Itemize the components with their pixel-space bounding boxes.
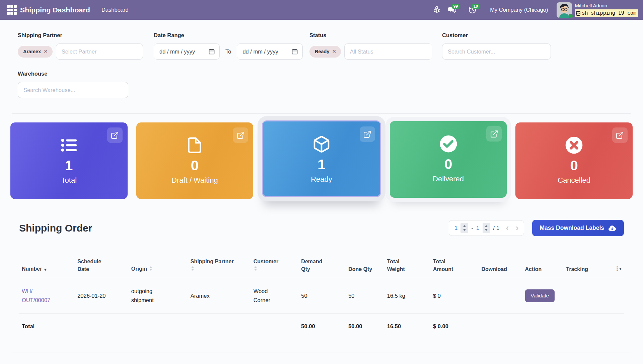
- card-count: 1: [317, 157, 325, 172]
- filter-shipping-partner: Shipping Partner Aramex ✕: [18, 32, 145, 60]
- list-icon: [59, 134, 79, 156]
- menu-dashboard[interactable]: Dashboard: [101, 7, 129, 13]
- col-shipping-partner[interactable]: Shipping Partner: [188, 248, 251, 278]
- optional-columns-toggle-icon[interactable]: ⋮▾: [602, 248, 624, 278]
- filter-customer: Customer: [442, 32, 553, 60]
- filters-panel: Shipping Partner Aramex ✕ Date Range: [0, 20, 643, 98]
- calendar-icon[interactable]: [291, 48, 298, 55]
- external-link-icon[interactable]: [612, 127, 628, 143]
- messages-icon[interactable]: 99: [444, 3, 460, 17]
- cell-total-weight: 16.5 kg: [384, 278, 430, 313]
- card-delivered[interactable]: 0 Delivered: [390, 121, 507, 198]
- col-customer[interactable]: Customer: [251, 248, 299, 278]
- card-label: Ready: [311, 175, 332, 184]
- sort-icon: [191, 266, 195, 272]
- total-done-qty: 50.00: [346, 313, 384, 339]
- card-ready[interactable]: 1 Ready: [262, 120, 381, 197]
- filter-label: Date Range: [154, 32, 301, 38]
- cell-shipping-partner: Aramex: [188, 278, 251, 313]
- pager-separator: -: [471, 225, 473, 232]
- col-demand-qty: Demand Qty: [298, 248, 346, 278]
- debug-bug-icon[interactable]: [429, 3, 444, 17]
- user-block[interactable]: Mitchell Admin sh_shipping_19_com: [575, 3, 638, 17]
- filter-warehouse: Warehouse: [18, 71, 128, 98]
- messages-badge: 99: [451, 4, 460, 9]
- company-switcher[interactable]: My Company (Chicago): [490, 7, 548, 13]
- apps-grid-icon[interactable]: [7, 5, 17, 15]
- card-label: Draft / Waiting: [171, 176, 218, 185]
- partner-input[interactable]: [56, 43, 143, 60]
- order-number-link[interactable]: WH/ OUT/00007: [22, 287, 50, 304]
- shipping-orders-table: Number Schedule Date Origin Shipping Par…: [19, 248, 624, 339]
- customer-input[interactable]: [442, 43, 551, 60]
- bottom-divider: [12, 353, 631, 353]
- pager-total: / 1: [493, 225, 500, 232]
- col-done-qty: Done Qty: [346, 248, 384, 278]
- partner-tag: Aramex ✕: [18, 46, 53, 58]
- cell-origin: outgoing shipment: [129, 278, 188, 313]
- remove-status-tag-icon[interactable]: ✕: [332, 49, 337, 55]
- check-circle-icon: [439, 133, 458, 155]
- filter-label: Warehouse: [18, 71, 128, 77]
- avatar[interactable]: [557, 2, 572, 18]
- database-name: sh_shipping_19_com: [582, 10, 636, 16]
- col-download: Download: [479, 248, 522, 278]
- pager-next-icon[interactable]: ›: [515, 223, 518, 233]
- card-count: 1: [65, 158, 73, 173]
- external-link-icon[interactable]: [233, 127, 248, 143]
- cloud-download-icon: [608, 224, 617, 232]
- warehouse-input[interactable]: [18, 82, 128, 98]
- pager-to-stepper[interactable]: [483, 223, 490, 233]
- mass-download-labels-button[interactable]: Mass Download Labels: [532, 220, 624, 236]
- table-header-row: Number Schedule Date Origin Shipping Par…: [19, 248, 624, 278]
- status-input[interactable]: [344, 43, 432, 60]
- pager-to-value[interactable]: 1: [476, 225, 479, 232]
- status-tag: Ready ✕: [309, 46, 341, 58]
- mass-download-label: Mass Download Labels: [540, 224, 604, 232]
- external-link-icon[interactable]: [360, 126, 375, 142]
- col-total-weight: Total Weight: [384, 248, 430, 278]
- col-schedule-date: Schedule Date: [75, 248, 129, 278]
- filter-label: Customer: [442, 32, 553, 38]
- cell-tracking: [563, 278, 602, 313]
- card-count: 0: [444, 157, 452, 172]
- validate-button[interactable]: Validate: [525, 289, 555, 302]
- topbar: Shipping Dashboard Dashboard 99 10 My Co…: [0, 0, 643, 20]
- pager-from-stepper[interactable]: [460, 223, 468, 233]
- external-link-icon[interactable]: [107, 127, 123, 143]
- filter-label: Shipping Partner: [18, 32, 145, 38]
- activities-clock-icon[interactable]: 10: [465, 3, 480, 17]
- section-title: Shipping Order: [19, 222, 92, 234]
- card-draft-waiting[interactable]: 0 Draft / Waiting: [136, 122, 254, 199]
- remove-partner-tag-icon[interactable]: ✕: [44, 49, 48, 55]
- card-total[interactable]: 1 Total: [10, 122, 128, 199]
- col-number[interactable]: Number: [19, 248, 75, 278]
- card-cancelled[interactable]: 0 Cancelled: [515, 122, 633, 199]
- shipping-order-section: Shipping Order 1 - 1 / 1 ‹ ›: [0, 220, 643, 339]
- activities-badge: 10: [472, 4, 480, 9]
- sort-icon: [149, 266, 153, 272]
- col-action: Action: [522, 248, 564, 278]
- card-label: Cancelled: [558, 176, 590, 185]
- col-origin[interactable]: Origin: [129, 248, 188, 278]
- total-label: Total: [19, 313, 75, 339]
- pager-from-value[interactable]: 1: [454, 225, 457, 232]
- total-demand-qty: 50.00: [298, 313, 346, 339]
- external-link-icon[interactable]: [486, 126, 502, 142]
- cell-schedule-date: 2026-01-20: [75, 278, 129, 313]
- card-label: Delivered: [433, 175, 464, 183]
- sort-desc-icon: [44, 266, 47, 272]
- total-amount: $ 0.00: [430, 313, 479, 339]
- pager-prev-icon[interactable]: ‹: [506, 223, 509, 233]
- user-name: Mitchell Admin: [575, 3, 607, 8]
- card-count: 0: [191, 158, 199, 173]
- calendar-icon[interactable]: [208, 48, 215, 55]
- cell-total-amount: $ 0: [430, 278, 479, 313]
- cell-action: Validate: [522, 278, 564, 313]
- pager: 1 - 1 / 1 ‹ ›: [449, 220, 524, 236]
- cube-icon: [312, 133, 331, 155]
- total-weight: 16.50: [384, 313, 430, 339]
- filter-status: Status Ready ✕: [309, 32, 433, 60]
- cell-done-qty: 50: [346, 278, 384, 313]
- table-total-row: Total 50.00 50.00 16.50 $ 0.00: [19, 313, 624, 339]
